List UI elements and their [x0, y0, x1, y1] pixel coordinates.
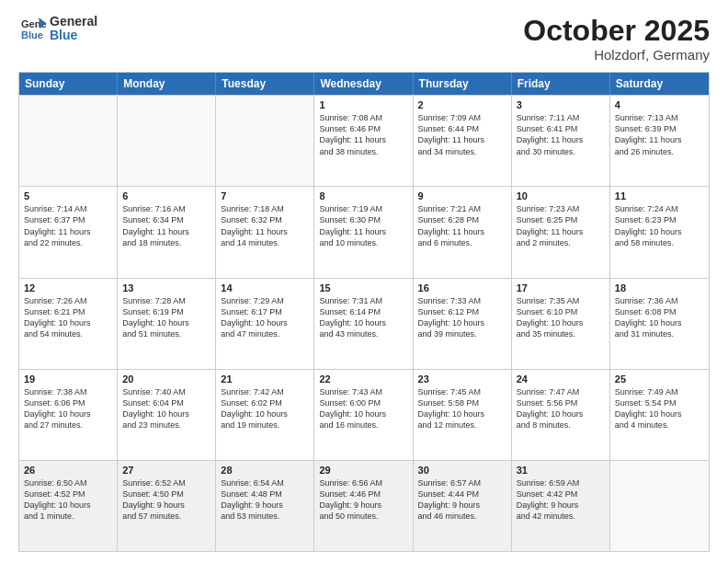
day-number: 25: [615, 373, 704, 385]
calendar-cell: 15Sunrise: 7:31 AMSunset: 6:14 PMDayligh…: [314, 279, 413, 369]
cell-text: Sunrise: 6:59 AMSunset: 4:42 PMDaylight:…: [517, 477, 605, 523]
day-number: 3: [517, 99, 605, 110]
day-number: 12: [24, 282, 112, 293]
day-number: 30: [418, 465, 506, 476]
weekday-header: Friday: [512, 73, 610, 95]
day-number: 17: [517, 282, 605, 293]
cell-text: Sunrise: 7:42 AMSunset: 6:02 PMDaylight:…: [221, 386, 309, 431]
weekday-header: Tuesday: [216, 73, 314, 95]
cell-text: Sunrise: 7:47 AMSunset: 5:56 PMDaylight:…: [517, 386, 605, 431]
cell-text: Sunrise: 7:18 AMSunset: 6:32 PMDaylight:…: [221, 203, 309, 248]
day-number: 18: [615, 282, 704, 293]
day-number: 31: [517, 465, 605, 476]
day-number: 2: [418, 99, 506, 110]
cell-text: Sunrise: 7:45 AMSunset: 5:58 PMDaylight:…: [418, 386, 506, 431]
day-number: 19: [24, 373, 112, 385]
weekday-header: Saturday: [610, 73, 709, 95]
cell-text: Sunrise: 7:26 AMSunset: 6:21 PMDaylight:…: [24, 295, 112, 340]
calendar-cell: 10Sunrise: 7:23 AMSunset: 6:25 PMDayligh…: [512, 187, 610, 277]
calendar-cell: 7Sunrise: 7:18 AMSunset: 6:32 PMDaylight…: [216, 187, 314, 277]
calendar-cell: 1Sunrise: 7:08 AMSunset: 6:46 PMDaylight…: [314, 96, 413, 186]
calendar-row: 12Sunrise: 7:26 AMSunset: 6:21 PMDayligh…: [19, 278, 709, 369]
calendar-row: 19Sunrise: 7:38 AMSunset: 6:06 PMDayligh…: [19, 369, 709, 460]
cell-text: Sunrise: 7:29 AMSunset: 6:17 PMDaylight:…: [221, 295, 309, 340]
calendar-cell: 16Sunrise: 7:33 AMSunset: 6:12 PMDayligh…: [414, 279, 512, 369]
day-number: 27: [122, 465, 210, 476]
cell-text: Sunrise: 7:16 AMSunset: 6:34 PMDaylight:…: [122, 203, 210, 248]
day-number: 1: [319, 99, 407, 110]
day-number: 10: [517, 190, 605, 201]
calendar-row: 5Sunrise: 7:14 AMSunset: 6:37 PMDaylight…: [19, 186, 709, 277]
cell-text: Sunrise: 6:52 AMSunset: 4:50 PMDaylight:…: [122, 477, 210, 523]
day-number: 24: [517, 373, 605, 385]
calendar-cell: 25Sunrise: 7:49 AMSunset: 5:54 PMDayligh…: [610, 370, 709, 460]
cell-text: Sunrise: 7:09 AMSunset: 6:44 PMDaylight:…: [418, 112, 506, 157]
page: General Blue General Blue October 2025 H…: [0, 0, 728, 563]
day-number: 7: [221, 190, 309, 201]
calendar-cell: [19, 96, 118, 186]
cell-text: Sunrise: 6:57 AMSunset: 4:44 PMDaylight:…: [418, 477, 506, 523]
calendar-cell: 27Sunrise: 6:52 AMSunset: 4:50 PMDayligh…: [118, 461, 216, 551]
calendar-cell: 23Sunrise: 7:45 AMSunset: 5:58 PMDayligh…: [414, 370, 512, 460]
calendar-cell: 31Sunrise: 6:59 AMSunset: 4:42 PMDayligh…: [512, 461, 610, 551]
day-number: 14: [221, 282, 309, 293]
day-number: 29: [319, 465, 407, 476]
day-number: 20: [122, 373, 210, 385]
cell-text: Sunrise: 7:08 AMSunset: 6:46 PMDaylight:…: [319, 112, 407, 157]
calendar-cell: 2Sunrise: 7:09 AMSunset: 6:44 PMDaylight…: [414, 96, 512, 186]
calendar-cell: 20Sunrise: 7:40 AMSunset: 6:04 PMDayligh…: [118, 370, 216, 460]
day-number: 28: [221, 465, 309, 476]
calendar-cell: 14Sunrise: 7:29 AMSunset: 6:17 PMDayligh…: [216, 279, 314, 369]
calendar-cell: 17Sunrise: 7:35 AMSunset: 6:10 PMDayligh…: [512, 279, 610, 369]
calendar-cell: 30Sunrise: 6:57 AMSunset: 4:44 PMDayligh…: [414, 461, 512, 551]
calendar-cell: 11Sunrise: 7:24 AMSunset: 6:23 PMDayligh…: [610, 187, 709, 277]
day-number: 5: [24, 190, 112, 201]
cell-text: Sunrise: 7:36 AMSunset: 6:08 PMDaylight:…: [615, 295, 704, 340]
cell-text: Sunrise: 7:24 AMSunset: 6:23 PMDaylight:…: [615, 203, 704, 248]
calendar-cell: [610, 461, 709, 551]
day-number: 8: [319, 190, 407, 201]
cell-text: Sunrise: 7:14 AMSunset: 6:37 PMDaylight:…: [24, 203, 112, 248]
day-number: 22: [319, 373, 407, 385]
cell-text: Sunrise: 7:43 AMSunset: 6:00 PMDaylight:…: [319, 386, 407, 431]
calendar-cell: 22Sunrise: 7:43 AMSunset: 6:00 PMDayligh…: [314, 370, 413, 460]
cell-text: Sunrise: 6:56 AMSunset: 4:46 PMDaylight:…: [319, 477, 407, 523]
calendar-body: 1Sunrise: 7:08 AMSunset: 6:46 PMDaylight…: [19, 95, 709, 551]
cell-text: Sunrise: 7:23 AMSunset: 6:25 PMDaylight:…: [517, 203, 605, 248]
cell-text: Sunrise: 7:13 AMSunset: 6:39 PMDaylight:…: [615, 112, 704, 157]
location: Holzdorf, Germany: [523, 47, 710, 63]
cell-text: Sunrise: 6:50 AMSunset: 4:52 PMDaylight:…: [24, 477, 112, 523]
day-number: 21: [221, 373, 309, 385]
day-number: 13: [122, 282, 210, 293]
day-number: 4: [615, 99, 704, 110]
calendar-cell: 9Sunrise: 7:21 AMSunset: 6:28 PMDaylight…: [414, 187, 512, 277]
svg-text:Blue: Blue: [21, 29, 43, 40]
title-block: October 2025 Holzdorf, Germany: [523, 15, 710, 63]
day-number: 23: [418, 373, 506, 385]
calendar-cell: [118, 96, 216, 186]
day-number: 11: [615, 190, 704, 201]
cell-text: Sunrise: 7:33 AMSunset: 6:12 PMDaylight:…: [418, 295, 506, 340]
calendar-cell: 13Sunrise: 7:28 AMSunset: 6:19 PMDayligh…: [118, 279, 216, 369]
month-year: October 2025: [523, 15, 710, 47]
weekday-header: Thursday: [414, 73, 512, 95]
calendar-cell: 8Sunrise: 7:19 AMSunset: 6:30 PMDaylight…: [314, 187, 413, 277]
day-number: 26: [24, 465, 112, 476]
calendar-cell: 19Sunrise: 7:38 AMSunset: 6:06 PMDayligh…: [19, 370, 118, 460]
weekday-header: Monday: [118, 73, 216, 95]
logo-icon: General Blue: [20, 16, 46, 41]
cell-text: Sunrise: 7:11 AMSunset: 6:41 PMDaylight:…: [517, 112, 605, 157]
calendar-cell: 26Sunrise: 6:50 AMSunset: 4:52 PMDayligh…: [19, 461, 118, 551]
calendar-cell: 6Sunrise: 7:16 AMSunset: 6:34 PMDaylight…: [118, 187, 216, 277]
day-number: 6: [122, 190, 210, 201]
calendar-cell: 28Sunrise: 6:54 AMSunset: 4:48 PMDayligh…: [216, 461, 314, 551]
logo: General Blue General Blue: [18, 15, 97, 43]
cell-text: Sunrise: 6:54 AMSunset: 4:48 PMDaylight:…: [221, 477, 309, 523]
header: General Blue General Blue October 2025 H…: [18, 15, 710, 63]
day-number: 9: [418, 190, 506, 201]
calendar-row: 26Sunrise: 6:50 AMSunset: 4:52 PMDayligh…: [19, 460, 709, 551]
calendar-cell: 18Sunrise: 7:36 AMSunset: 6:08 PMDayligh…: [610, 279, 709, 369]
cell-text: Sunrise: 7:35 AMSunset: 6:10 PMDaylight:…: [517, 295, 605, 340]
calendar-cell: 12Sunrise: 7:26 AMSunset: 6:21 PMDayligh…: [19, 279, 118, 369]
day-number: 15: [319, 282, 407, 293]
